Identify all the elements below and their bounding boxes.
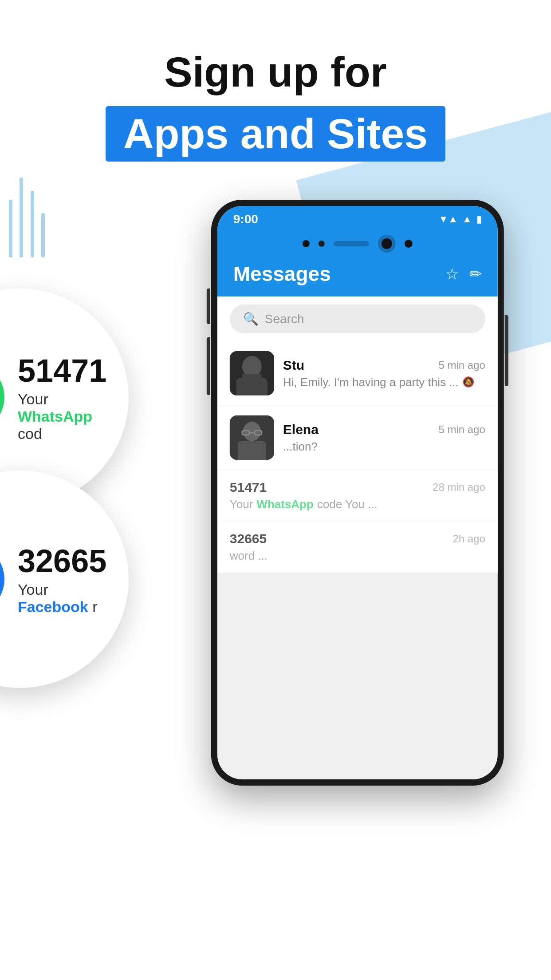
message-time-facebook: 2h ago bbox=[453, 533, 485, 545]
compose-icon[interactable]: ✏ bbox=[469, 265, 482, 283]
message-content-stu: Stu 5 min ago Hi, Emily. I'm having a pa… bbox=[283, 358, 485, 389]
volume-up-button bbox=[207, 288, 210, 324]
search-icon: 🔍 bbox=[243, 312, 259, 326]
whatsapp-badge: W bbox=[0, 362, 4, 433]
sender-name-elena: Elena bbox=[283, 422, 319, 437]
message-time-whatsapp: 28 min ago bbox=[433, 481, 485, 494]
facebook-brand-text: Facebook bbox=[18, 598, 88, 615]
phone-mockup: 9:00 ▼▲ ▲ ▮ Messages bbox=[211, 200, 504, 786]
mute-icon-stu: 🔕 bbox=[462, 376, 474, 388]
volume-down-button bbox=[207, 337, 210, 395]
headline-highlight: Apps and Sites bbox=[106, 106, 445, 162]
svg-rect-3 bbox=[242, 374, 262, 383]
message-preview-elena: ...tion? bbox=[283, 440, 485, 454]
message-preview-facebook: word ... bbox=[230, 549, 485, 563]
wifi-icon: ▲ bbox=[462, 213, 472, 225]
bg-lines-decoration bbox=[9, 178, 50, 259]
signal-icon: ▼▲ bbox=[438, 213, 458, 225]
svg-rect-6 bbox=[238, 441, 266, 460]
message-item-whatsapp[interactable]: 51471 28 min ago Your WhatsApp code You … bbox=[217, 470, 498, 522]
message-time-stu: 5 min ago bbox=[438, 359, 485, 371]
status-bar: 9:00 ▼▲ ▲ ▮ bbox=[217, 206, 498, 233]
status-time: 9:00 bbox=[233, 212, 258, 226]
message-content-whatsapp: 51471 28 min ago Your WhatsApp code You … bbox=[230, 480, 485, 511]
facebook-code: 32665 bbox=[18, 543, 106, 579]
star-icon[interactable]: ☆ bbox=[445, 265, 459, 283]
svg-point-5 bbox=[243, 422, 261, 441]
phone-screen: 9:00 ▼▲ ▲ ▮ Messages bbox=[217, 206, 498, 779]
facebook-badge: F bbox=[0, 544, 4, 615]
messages-list: Stu 5 min ago Hi, Emily. I'm having a pa… bbox=[217, 341, 498, 573]
search-container: 🔍 Search bbox=[217, 296, 498, 341]
message-content-facebook: 32665 2h ago word ... bbox=[230, 531, 485, 563]
battery-icon: ▮ bbox=[476, 213, 482, 225]
sender-name-facebook: 32665 bbox=[230, 531, 267, 546]
whatsapp-code: 51471 bbox=[18, 352, 106, 389]
svg-point-1 bbox=[242, 356, 262, 377]
facebook-magnify-circle: F 32665 Your Facebook r bbox=[0, 470, 129, 688]
sender-name-whatsapp: 51471 bbox=[230, 480, 267, 495]
message-content-elena: Elena 5 min ago ...tion? bbox=[283, 422, 485, 454]
magnify-overlay: W 51471 Your WhatsApp cod F 32665 Your F… bbox=[0, 288, 129, 688]
message-item-stu[interactable]: Stu 5 min ago Hi, Emily. I'm having a pa… bbox=[217, 341, 498, 406]
facebook-text: 32665 Your Facebook r bbox=[18, 543, 106, 616]
app-header: Messages ☆ ✏ bbox=[217, 255, 498, 296]
power-button bbox=[505, 315, 508, 386]
avatar-stu bbox=[230, 351, 274, 395]
whatsapp-text: 51471 Your WhatsApp cod bbox=[18, 352, 106, 443]
phone-frame: 9:00 ▼▲ ▲ ▮ Messages bbox=[211, 200, 504, 786]
search-bar[interactable]: 🔍 Search bbox=[230, 304, 485, 333]
sender-name-stu: Stu bbox=[283, 358, 304, 373]
facebook-desc: Your Facebook r bbox=[18, 581, 106, 616]
header-section: Sign up for Apps and Sites bbox=[0, 0, 551, 162]
whatsapp-brand-text: WhatsApp bbox=[18, 408, 92, 425]
whatsapp-desc: Your WhatsApp cod bbox=[18, 391, 106, 443]
message-item-elena[interactable]: Elena 5 min ago ...tion? bbox=[217, 406, 498, 470]
message-time-elena: 5 min ago bbox=[438, 423, 485, 436]
app-title: Messages bbox=[233, 262, 331, 286]
search-placeholder: Search bbox=[265, 312, 304, 326]
header-icons: ☆ ✏ bbox=[445, 265, 482, 283]
headline-line1: Sign up for bbox=[0, 49, 551, 95]
status-icons: ▼▲ ▲ ▮ bbox=[438, 213, 481, 225]
message-item-facebook[interactable]: 32665 2h ago word ... bbox=[217, 522, 498, 573]
message-preview-whatsapp: Your WhatsApp code You ... bbox=[230, 498, 485, 511]
avatar-elena bbox=[230, 415, 274, 460]
message-preview-stu: Hi, Emily. I'm having a party this ... 🔕 bbox=[283, 375, 485, 389]
